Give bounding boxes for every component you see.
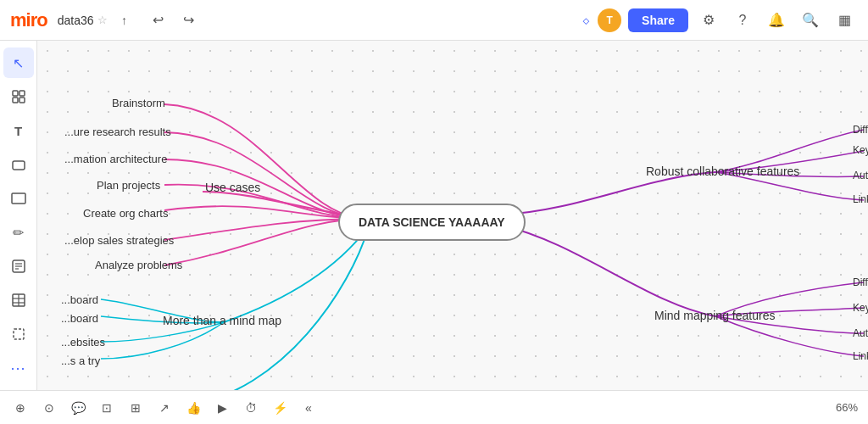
mind-mapping-label[interactable]: Mind mapping features — [654, 309, 775, 322]
more-than-mindmap-label[interactable]: More than a mind map — [163, 314, 281, 327]
robust-features-label[interactable]: Robust collaborative features — [646, 165, 799, 178]
link-label: Link... — [853, 193, 868, 205]
aut2-label: Aut... — [853, 327, 868, 339]
shape-tool[interactable] — [3, 149, 34, 180]
minimap-button[interactable]: ⊙ — [36, 394, 63, 421]
aut-label: Aut... — [853, 170, 868, 181]
frame-tool[interactable] — [3, 319, 34, 349]
create-org-charts-label: Create org charts — [83, 207, 168, 220]
settings-icon[interactable]: ⚙ — [695, 7, 722, 34]
share-link-icon[interactable]: ↑ — [111, 7, 138, 34]
top-bar: miro data36 ☆ ↑ ↩ ↪ ⬦ T Share ⚙ ? 🔔 🔍 ▦ — [0, 0, 868, 41]
svg-rect-5 — [12, 193, 25, 204]
redo-button[interactable]: ↪ — [175, 7, 203, 34]
left-toolbar: ↖ T ✏ — [0, 41, 37, 390]
search-icon[interactable]: 🔍 — [797, 7, 824, 34]
zoom-level: 66% — [836, 401, 858, 414]
share-button[interactable]: Share — [628, 8, 688, 32]
apps-icon[interactable]: ▦ — [831, 7, 858, 34]
pen-tool[interactable]: ✏ — [3, 217, 34, 248]
use-cases-label[interactable]: Use cases — [205, 181, 260, 194]
sticky-note-tool[interactable] — [3, 251, 34, 282]
svg-rect-2 — [13, 98, 18, 103]
lightning-button[interactable]: ⚡ — [266, 394, 293, 421]
cursor-tool[interactable]: ↖ — [3, 47, 34, 78]
brainstorm-label: Brainstorm — [112, 97, 165, 109]
websites-label: ...ebsites — [61, 336, 105, 349]
research-label: ...ure research results — [64, 126, 171, 138]
sales-strategies-label: ...elop sales strategies — [64, 234, 174, 247]
share2-button[interactable]: ↗ — [151, 394, 178, 421]
key-label: Key... — [853, 144, 868, 156]
miro-logo: miro — [10, 9, 47, 31]
architecture-label: ...mation architecture — [64, 153, 167, 165]
avatar: T — [598, 8, 621, 32]
layout-button[interactable]: ⊞ — [122, 394, 149, 421]
bottom-toolbar: ⊕ ⊙ 💬 ⊡ ⊞ ↗ 👍 ▶ ⏱ ⚡ « 66% — [0, 390, 868, 424]
svg-rect-0 — [13, 91, 18, 96]
star-icon[interactable]: ☆ — [97, 14, 108, 26]
collapse-button[interactable]: « — [295, 394, 322, 421]
diff-label: Diff... — [853, 124, 868, 136]
canvas[interactable]: DATA SCIENCE YAAAAAY Use cases Brainstor… — [37, 41, 868, 390]
file-name[interactable]: data36 — [58, 14, 94, 27]
comments-button[interactable]: 💬 — [64, 394, 92, 421]
cursor-icon: ⬦ — [581, 11, 591, 29]
notifications-icon[interactable]: 🔔 — [763, 7, 790, 34]
table-tool[interactable] — [3, 285, 34, 315]
svg-rect-4 — [13, 161, 25, 170]
timer-button[interactable]: ⏱ — [237, 394, 264, 421]
central-node[interactable]: DATA SCIENCE YAAAAAY — [338, 204, 526, 241]
svg-rect-1 — [19, 91, 25, 96]
present-button[interactable]: ⊡ — [93, 394, 120, 421]
svg-rect-3 — [19, 98, 25, 103]
diff2-label: Diff... — [853, 276, 868, 288]
video-button[interactable]: ▶ — [209, 394, 236, 421]
grid-tool[interactable] — [3, 81, 34, 112]
plan-projects-label: Plan projects — [97, 179, 160, 192]
analyze-problems-label: Analyze problems — [95, 259, 182, 271]
grid-view-button[interactable]: ⊕ — [7, 394, 34, 421]
key2-label: Key... — [853, 302, 868, 314]
text-tool[interactable]: T — [3, 115, 34, 146]
link2-label: Link... — [853, 350, 868, 362]
rectangle-tool[interactable] — [3, 183, 34, 214]
more-tools-button[interactable]: ··· — [3, 353, 34, 383]
undo-button[interactable]: ↩ — [145, 7, 172, 34]
board1-label: ...board — [61, 293, 98, 306]
board2-label: ...board — [61, 312, 98, 325]
help-icon[interactable]: ? — [729, 7, 756, 34]
thumbsup-button[interactable]: 👍 — [180, 394, 207, 421]
try-label: ...s a try — [61, 354, 100, 367]
svg-rect-14 — [14, 329, 24, 339]
